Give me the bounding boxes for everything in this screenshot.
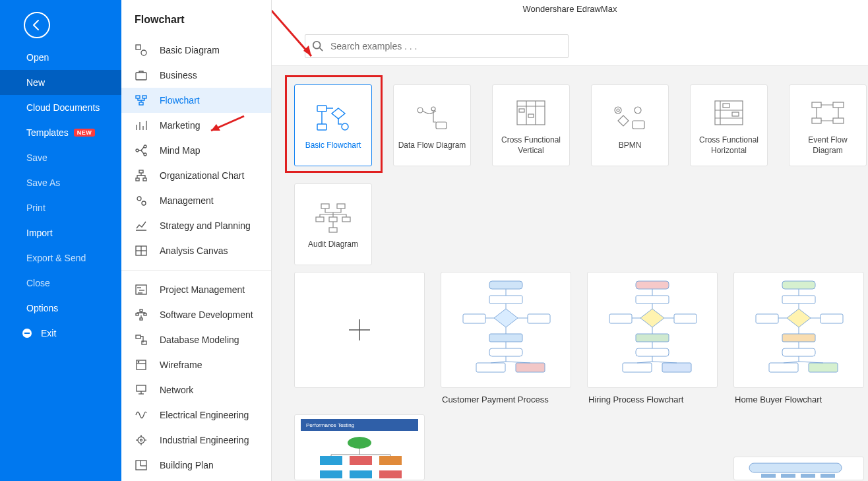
sidebar-item-exit[interactable]: Exit xyxy=(0,321,121,346)
category-item-wireframe[interactable]: Wireframe xyxy=(121,352,271,377)
category-item-building-plan[interactable]: Building Plan xyxy=(121,453,271,478)
tile-label: Cross Functional Vertical xyxy=(493,131,569,156)
cfh-icon xyxy=(712,95,745,131)
category-item-label: Management xyxy=(160,195,214,206)
svg-rect-152 xyxy=(821,474,835,478)
svg-rect-4 xyxy=(142,96,146,98)
category-item-industrial-engineering[interactable]: Industrial Engineering xyxy=(121,428,271,453)
category-item-marketing[interactable]: Marketing xyxy=(121,113,271,138)
category-item-mind-map[interactable]: Mind Map xyxy=(121,138,271,163)
sidebar-item-close[interactable]: Close xyxy=(0,271,121,296)
flow-icon xyxy=(135,94,148,107)
template-tile-audit-diagram[interactable]: Audit Diagram xyxy=(294,183,372,265)
sidebar-item-export-send[interactable]: Export & Send xyxy=(0,245,121,271)
svg-rect-118 xyxy=(782,281,815,289)
svg-rect-148 xyxy=(749,463,842,472)
svg-rect-140 xyxy=(379,456,402,465)
sidebar-item-open[interactable]: Open xyxy=(0,45,121,70)
svg-rect-71 xyxy=(732,112,739,116)
category-item-label: Wireframe xyxy=(160,360,202,370)
search-icon xyxy=(312,40,324,52)
template-tile-event-flow-diagram[interactable]: Event Flow Diagram xyxy=(789,84,867,166)
svg-rect-150 xyxy=(781,474,795,478)
tile-label: Audit Diagram xyxy=(304,236,362,250)
category-item-database-modeling[interactable]: Database Modeling xyxy=(121,327,271,352)
svg-rect-107 xyxy=(623,363,652,372)
svg-rect-149 xyxy=(761,474,776,478)
svg-point-37 xyxy=(138,437,144,443)
svg-rect-85 xyxy=(489,296,522,304)
back-button[interactable] xyxy=(24,12,50,38)
example-blank[interactable] xyxy=(294,272,425,404)
svg-rect-90 xyxy=(476,363,505,372)
svg-point-63 xyxy=(617,109,619,112)
db-icon xyxy=(135,333,148,346)
svg-rect-84 xyxy=(489,281,522,289)
new-badge: NEW xyxy=(74,129,96,137)
category-item-network[interactable]: Network xyxy=(121,377,271,402)
svg-rect-81 xyxy=(329,228,337,232)
sidebar-item-cloud-documents[interactable]: Cloud Documents xyxy=(0,95,121,120)
svg-rect-101 xyxy=(636,281,669,289)
svg-point-10 xyxy=(136,149,139,152)
sidebar-item-options[interactable]: Options xyxy=(0,296,121,321)
svg-rect-124 xyxy=(769,363,798,372)
category-item-analysis-canvas[interactable]: Analysis Canvas xyxy=(121,238,271,263)
category-item-organizational-chart[interactable]: Organizational Chart xyxy=(121,163,271,188)
sidebar-categories: Flowchart Basic DiagramBusinessFlowchart… xyxy=(121,0,272,481)
svg-rect-143 xyxy=(379,470,402,478)
svg-rect-3 xyxy=(136,96,140,98)
plus-icon xyxy=(348,318,371,342)
template-tile-basic-flowchart[interactable]: Basic Flowchart xyxy=(294,84,372,166)
category-item-electrical-engineering[interactable]: Electrical Engineering xyxy=(121,402,271,428)
gears-icon xyxy=(135,194,148,207)
svg-point-17 xyxy=(142,201,146,205)
template-tile-cross-functional-horizontal[interactable]: Cross Functional Horizontal xyxy=(690,84,768,166)
sidebar-primary: Open New Cloud Documents Templates NEW S… xyxy=(0,0,121,481)
category-item-basic-diagram[interactable]: Basic Diagram xyxy=(121,38,271,63)
example-card-hiring-process-flowchart[interactable]: Hiring Process Flowchart xyxy=(587,272,718,404)
svg-rect-89 xyxy=(489,348,522,356)
gantt-icon xyxy=(135,283,148,296)
category-item-strategy-and-planning[interactable]: Strategy and Planning xyxy=(121,213,271,238)
svg-point-62 xyxy=(615,107,621,113)
svg-point-1 xyxy=(141,50,146,55)
search-input[interactable] xyxy=(330,41,561,51)
svg-rect-122 xyxy=(782,334,815,342)
example-thumb xyxy=(441,272,571,388)
sidebar-item-import[interactable]: Import xyxy=(0,220,121,245)
sidebar-item-templates[interactable]: Templates NEW xyxy=(0,120,121,145)
sidebar-item-save[interactable]: Save xyxy=(0,145,121,170)
category-item-label: Analysis Canvas xyxy=(160,245,228,256)
example-card-performance-testing[interactable]: Performance Testing xyxy=(294,414,425,480)
category-item-software-development[interactable]: Software Development xyxy=(121,302,271,327)
example-thumb: Performance Testing xyxy=(294,414,425,480)
svg-rect-74 xyxy=(833,102,844,108)
svg-point-46 xyxy=(313,41,321,48)
category-item-project-management[interactable]: Project Management xyxy=(121,277,271,302)
svg-rect-56 xyxy=(517,101,545,125)
example-card-customer-payment-process[interactable]: Customer Payment Process xyxy=(441,272,571,404)
category-item-management[interactable]: Management xyxy=(121,188,271,213)
svg-rect-103 xyxy=(609,314,632,323)
svg-point-12 xyxy=(144,153,146,156)
sidebar-item-print[interactable]: Print xyxy=(0,195,121,220)
example-card-partial[interactable] xyxy=(733,457,864,480)
svg-rect-138 xyxy=(320,456,342,465)
sidebar-item-save-as[interactable]: Save As xyxy=(0,170,121,195)
sidebar-item-label: Exit xyxy=(41,328,56,338)
sidebar-item-new[interactable]: New xyxy=(0,70,121,95)
category-item-business[interactable]: Business xyxy=(121,63,271,88)
template-tile-cross-functional-vertical[interactable]: Cross Functional Vertical xyxy=(492,84,570,166)
template-tile-data-flow-diagram[interactable]: Data Flow Diagram xyxy=(393,84,471,166)
template-tile-bpmn[interactable]: BPMN xyxy=(591,84,669,166)
category-item-label: Building Plan xyxy=(160,460,214,470)
svg-rect-87 xyxy=(528,314,550,323)
efd-icon xyxy=(809,95,846,131)
search-box[interactable] xyxy=(305,34,569,58)
example-card-home-buyer-flowchart[interactable]: Home Buyer Flowchart xyxy=(733,272,864,404)
category-item-flowchart[interactable]: Flowchart xyxy=(121,88,271,113)
svg-rect-139 xyxy=(350,456,372,465)
template-tiles-row2: Audit Diagram xyxy=(294,183,372,265)
svg-rect-88 xyxy=(489,334,522,342)
